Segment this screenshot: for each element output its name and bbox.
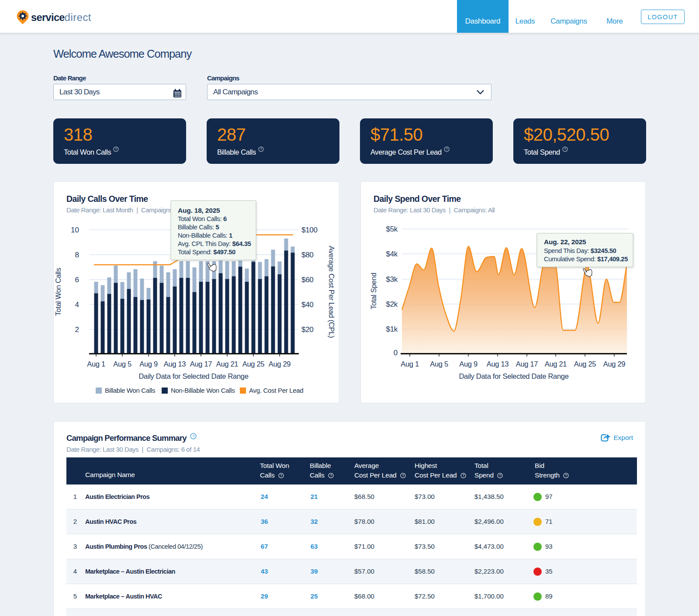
svg-text:?: ? [280,473,282,478]
svg-text:6: 6 [75,276,79,284]
svg-text:Total Spend: Total Spend [370,273,377,309]
svg-text:?: ? [260,147,262,151]
svg-text:Aug. 18, 2025: Aug. 18, 2025 [178,207,220,214]
svg-text:2: 2 [75,325,79,334]
svg-text:Aug 13: Aug 13 [164,360,186,368]
svg-text:Aug 25: Aug 25 [574,360,596,368]
svg-text:Average Cost Per Lead (CPL): Average Cost Per Lead (CPL) [328,246,336,338]
svg-text:Cumulative Spend: $17,409.25: Cumulative Spend: $17,409.25 [544,256,628,263]
svg-text:Billable Won Calls: Billable Won Calls [105,387,155,394]
svg-text:Aug 25: Aug 25 [242,360,265,368]
svg-text:Non-Billable Calls: 1: Non-Billable Calls: 1 [178,232,232,239]
svg-text:Aug 21: Aug 21 [545,360,567,368]
svg-text:Aug 29: Aug 29 [269,360,291,368]
svg-text:$5k: $5k [386,225,398,233]
svg-text:?: ? [115,147,118,151]
svg-text:$40: $40 [301,301,313,309]
svg-text:$1k: $1k [386,325,398,333]
svg-text:Total Won Calls: 6: Total Won Calls: 6 [178,215,227,222]
svg-text:Aug 9: Aug 9 [139,360,158,368]
svg-text:?: ? [402,473,404,478]
svg-text:?: ? [446,147,448,151]
svg-text:Aug 17: Aug 17 [190,360,212,368]
svg-text:Aug 17: Aug 17 [516,360,538,368]
svg-text:Aug 13: Aug 13 [487,360,509,368]
svg-text:Daily Calls Over Time: Daily Calls Over Time [66,194,148,204]
svg-text:0: 0 [394,349,398,357]
svg-text:$20: $20 [301,325,313,334]
svg-text:$3k: $3k [386,275,398,284]
svg-text:Date Range: Last Month | Cam: Date Range: Last Month | Campaigns: All [66,206,182,214]
svg-text:Total Won Calls: Total Won Calls [54,268,62,316]
svg-text:$60: $60 [301,276,313,284]
svg-text:Aug 29: Aug 29 [603,360,626,368]
svg-text:?: ? [499,473,501,478]
svg-text:$100: $100 [301,226,318,234]
svg-text:Aug. 22, 2025: Aug. 22, 2025 [544,238,586,246]
svg-text:$4k: $4k [386,250,398,258]
svg-text:Aug 1: Aug 1 [87,360,105,368]
svg-text:Avg. Cost Per Lead: Avg. Cost Per Lead [249,387,303,394]
svg-text:Daily Data for Selected Date R: Daily Data for Selected Date Range [138,372,248,380]
svg-text:Total Spend: $497.50: Total Spend: $497.50 [178,249,235,256]
svg-text:$80: $80 [301,251,313,259]
svg-text:Spend This Day: $3245.50: Spend This Day: $3245.50 [544,247,616,254]
svg-text:Aug 21: Aug 21 [216,360,239,368]
svg-text:Daily Data for Selected Date R: Daily Data for Selected Date Range [459,372,568,380]
svg-text:Date Range: Last 30 Days | C: Date Range: Last 30 Days | Campaigns: Al… [374,206,495,214]
svg-text:Aug 5: Aug 5 [430,360,448,368]
svg-text:Aug 5: Aug 5 [113,360,131,368]
svg-text:?: ? [462,473,464,478]
svg-text:Avg. CPL This Day: $64.35: Avg. CPL This Day: $64.35 [178,240,251,247]
svg-text:Daily Spend Over Time: Daily Spend Over Time [374,194,461,204]
svg-text:Aug 9: Aug 9 [459,360,478,368]
svg-text:Billable Calls: 5: Billable Calls: 5 [178,224,219,231]
svg-text:Non-Billable Won Calls: Non-Billable Won Calls [171,387,235,394]
svg-text:?: ? [192,434,194,439]
svg-text:10: 10 [71,226,79,234]
svg-text:4: 4 [75,301,79,309]
svg-text:Aug 1: Aug 1 [401,360,419,368]
svg-text:?: ? [564,147,566,151]
svg-text:8: 8 [75,251,79,259]
svg-text:$2k: $2k [386,300,398,308]
svg-text:?: ? [565,473,567,478]
svg-text:?: ? [330,473,332,478]
